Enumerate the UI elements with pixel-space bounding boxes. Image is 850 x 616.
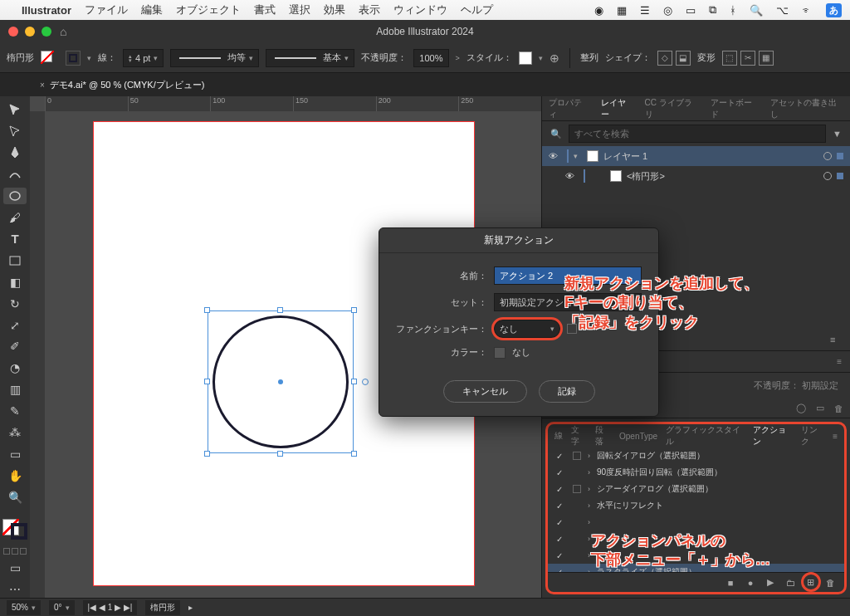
handle-br[interactable] [351,451,357,457]
paintbrush-tool[interactable]: 🖌 [3,209,27,226]
minimize-icon[interactable] [25,27,35,37]
artboard-tool[interactable]: ▭ [3,446,27,462]
pen-tool[interactable] [3,144,27,161]
bluetooth-icon[interactable]: ᚼ [730,4,736,17]
stroke-swatch[interactable] [66,51,81,66]
eyedropper-tool[interactable]: ✎ [3,403,27,419]
menu-edit[interactable]: 編集 [141,2,163,17]
symbolspray-tool[interactable]: ⁂ [3,424,27,441]
tab-gstyle[interactable]: グラフィックスタイル [666,424,745,447]
stroke-profile[interactable]: 均等 ▾ [170,49,259,67]
nav-arrow-icon[interactable]: ▸ [188,603,193,612]
tab-para[interactable]: 段落 [595,424,611,447]
align-px-icon[interactable]: ▦ [759,51,774,66]
handle-mr[interactable] [351,379,357,384]
tab-opentype[interactable]: OpenType [619,432,657,441]
color-swatch[interactable] [494,347,506,359]
tab-asset-export[interactable]: アセットの書き出し [770,97,843,120]
layer-row-2[interactable]: 👁 <楕円形> [542,166,850,186]
color-mode-icons[interactable] [3,548,27,555]
app-name[interactable]: Illustrator [22,4,71,17]
handle-tm[interactable] [277,307,283,313]
handle-ml[interactable] [204,379,210,384]
record-button[interactable]: 記録 [539,380,595,403]
close-tab-icon[interactable]: × [40,81,45,90]
screen-mode-icon[interactable]: ▭ [3,560,27,576]
rotate-handle[interactable] [362,379,369,385]
shape-merge-icon[interactable]: ⬓ [676,51,691,66]
action-row[interactable]: ✓›水平にリフレクト [548,497,844,514]
line-icon[interactable]: ◎ [663,4,672,17]
recolor-icon[interactable]: ⊕ [550,51,559,65]
clip-icon[interactable]: ✂ [740,51,755,66]
tab-actions[interactable]: アクション [753,424,793,447]
scale-tool[interactable]: ⤢ [3,317,27,334]
panel-menu-icon[interactable]: ≡ [837,357,842,366]
menu-window[interactable]: ウィンドウ [393,2,447,17]
transform-label[interactable]: 変形 [697,51,716,64]
menu-object[interactable]: オブジェクト [176,2,241,17]
stop-icon[interactable]: ■ [725,577,736,589]
display-icon[interactable]: ▭ [686,4,696,17]
twisty-icon[interactable]: ▾ [574,152,582,160]
zoom-icon[interactable] [42,27,51,37]
input-source[interactable]: あ [826,3,842,17]
shape-union-icon[interactable]: ◇ [657,51,672,66]
tab-stroke[interactable]: 線 [554,430,563,442]
cancel-button[interactable]: キャンセル [443,380,527,403]
tab-artboards[interactable]: アートボード [711,97,759,120]
artboard-nav[interactable]: |◀ ◀ 1 ▶ ▶| [83,600,138,615]
rotate-field[interactable]: 0°▾ [49,600,75,615]
tab-links[interactable]: リンク [801,424,825,447]
layer-search-input[interactable] [569,125,826,143]
target-icon[interactable] [823,172,832,180]
rec-icon[interactable]: ◉ [594,4,603,17]
align-label[interactable]: 整列 [580,51,598,64]
ellipse-tool[interactable] [3,188,27,204]
trash-icon[interactable]: 🗑 [824,577,836,589]
selection-tool[interactable] [3,101,27,118]
visibility-icon[interactable]: 👁 [549,151,562,161]
rectangle-tool[interactable] [3,252,27,269]
zoom-tool[interactable]: 🔍 [3,489,27,506]
target-icon[interactable] [823,152,832,160]
visibility-icon[interactable]: 👁 [565,171,579,181]
menu-effect[interactable]: 効果 [324,2,345,17]
stroke-weight-field[interactable]: ▴▾ 4 pt ▾ [123,49,164,67]
width-tool[interactable]: ✐ [3,338,27,354]
tab-char[interactable]: 文字 [571,424,587,447]
opacity-chev[interactable]: > [456,54,460,62]
hand-tool[interactable]: ✋ [3,467,27,484]
filter-icon[interactable]: ▼ [833,129,842,139]
brush-def[interactable]: 基本 ▾ [266,49,354,67]
isolate-icon[interactable]: ⬚ [722,51,737,66]
menu-help[interactable]: ヘルプ [461,2,493,17]
new-set-icon[interactable]: 🗀 [784,577,796,589]
wifi-icon[interactable]: ᯤ [802,4,813,17]
tab-layers[interactable]: レイヤー [601,97,633,120]
style-swatch[interactable] [519,51,532,65]
menu-type[interactable]: 書式 [254,2,276,17]
tab-cclib[interactable]: CC ライブラリ [645,97,699,120]
screens-icon[interactable]: ⧉ [709,3,716,17]
panel-menu-icon[interactable]: ≡ [830,335,843,346]
zoom-field[interactable]: 50%▾ [7,600,41,615]
new-fill-icon[interactable]: ▭ [816,403,824,413]
home-icon[interactable]: ⌂ [60,25,66,38]
selected-ellipse[interactable] [208,310,354,453]
eraser-tool[interactable]: ◧ [3,274,27,291]
direct-select-tool[interactable] [3,123,27,139]
handle-tl[interactable] [204,307,210,313]
shapebuilder-tool[interactable]: ◔ [3,359,27,376]
rotate-tool[interactable]: ↻ [3,296,27,312]
trash-icon[interactable]: 🗑 [834,403,843,413]
type-tool[interactable]: T [3,231,27,247]
curvature-tool[interactable] [3,166,27,183]
fkey-select[interactable]: なし▾ [494,320,560,338]
close-icon[interactable] [8,27,18,37]
handle-bm[interactable] [277,451,283,457]
stroke-swatch-chev[interactable]: ▾ [87,54,91,62]
action-row[interactable]: ✓› [548,514,844,530]
action-row[interactable]: ✓›90度反時計回り回転（選択範囲） [548,464,844,481]
opacity-field[interactable]: 100% [413,49,448,67]
